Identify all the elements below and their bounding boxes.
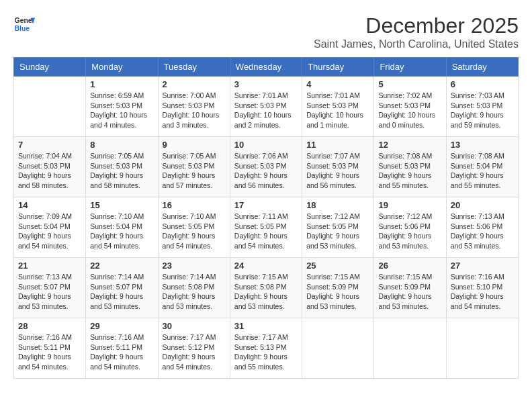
day-info: Sunrise: 7:07 AM Sunset: 5:03 PM Dayligh… — [306, 151, 369, 191]
calendar-cell: 8Sunrise: 7:05 AM Sunset: 5:03 PM Daylig… — [86, 137, 158, 197]
day-info: Sunrise: 7:10 AM Sunset: 5:05 PM Dayligh… — [163, 212, 226, 251]
day-number: 29 — [90, 321, 153, 331]
calendar-cell: 12Sunrise: 7:08 AM Sunset: 5:03 PM Dayli… — [374, 137, 446, 197]
day-info: Sunrise: 7:15 AM Sunset: 5:08 PM Dayligh… — [234, 272, 298, 312]
day-number: 25 — [306, 261, 369, 271]
calendar-cell: 15Sunrise: 7:10 AM Sunset: 5:04 PM Dayli… — [86, 197, 158, 258]
day-number: 9 — [163, 140, 226, 150]
calendar-table: SundayMondayTuesdayWednesdayThursdayFrid… — [13, 57, 519, 379]
calendar-cell: 24Sunrise: 7:15 AM Sunset: 5:08 PM Dayli… — [230, 258, 302, 318]
calendar-cell: 11Sunrise: 7:07 AM Sunset: 5:03 PM Dayli… — [302, 137, 374, 197]
day-number: 23 — [163, 261, 226, 271]
calendar-cell: 25Sunrise: 7:15 AM Sunset: 5:09 PM Dayli… — [302, 258, 374, 318]
calendar-cell: 16Sunrise: 7:10 AM Sunset: 5:05 PM Dayli… — [158, 197, 230, 258]
weekday-header-row: SundayMondayTuesdayWednesdayThursdayFrid… — [14, 58, 519, 77]
day-number: 20 — [451, 200, 514, 210]
day-info: Sunrise: 7:02 AM Sunset: 5:03 PM Dayligh… — [378, 91, 441, 130]
day-number: 1 — [90, 79, 153, 89]
day-info: Sunrise: 7:12 AM Sunset: 5:05 PM Dayligh… — [306, 212, 369, 251]
day-info: Sunrise: 7:15 AM Sunset: 5:09 PM Dayligh… — [306, 272, 369, 312]
weekday-header-sunday: Sunday — [14, 58, 86, 77]
day-number: 2 — [163, 79, 226, 89]
day-info: Sunrise: 7:17 AM Sunset: 5:13 PM Dayligh… — [234, 332, 298, 372]
calendar-cell: 6Sunrise: 7:03 AM Sunset: 5:03 PM Daylig… — [446, 77, 518, 137]
week-row-5: 28Sunrise: 7:16 AM Sunset: 5:11 PM Dayli… — [14, 318, 519, 379]
weekday-header-wednesday: Wednesday — [230, 58, 302, 77]
calendar-cell — [14, 77, 86, 137]
day-info: Sunrise: 6:59 AM Sunset: 5:03 PM Dayligh… — [90, 91, 153, 130]
day-info: Sunrise: 7:05 AM Sunset: 5:03 PM Dayligh… — [163, 151, 226, 191]
day-info: Sunrise: 7:16 AM Sunset: 5:10 PM Dayligh… — [451, 272, 514, 312]
day-number: 12 — [378, 140, 441, 150]
day-number: 21 — [18, 261, 81, 271]
calendar-cell: 20Sunrise: 7:13 AM Sunset: 5:06 PM Dayli… — [446, 197, 518, 258]
calendar-cell: 18Sunrise: 7:12 AM Sunset: 5:05 PM Dayli… — [302, 197, 374, 258]
calendar-cell — [302, 318, 374, 379]
page-header: General Blue December 2025 Saint James, … — [13, 13, 519, 50]
month-title: December 2025 — [314, 13, 519, 38]
calendar-cell: 7Sunrise: 7:04 AM Sunset: 5:03 PM Daylig… — [14, 137, 86, 197]
logo: General Blue — [13, 13, 35, 35]
calendar-cell: 4Sunrise: 7:01 AM Sunset: 5:03 PM Daylig… — [302, 77, 374, 137]
day-info: Sunrise: 7:10 AM Sunset: 5:04 PM Dayligh… — [90, 212, 153, 251]
calendar-cell: 28Sunrise: 7:16 AM Sunset: 5:11 PM Dayli… — [14, 318, 86, 379]
calendar-cell — [446, 318, 518, 379]
day-info: Sunrise: 7:11 AM Sunset: 5:05 PM Dayligh… — [234, 212, 298, 251]
day-number: 27 — [451, 261, 514, 271]
weekday-header-saturday: Saturday — [446, 58, 518, 77]
day-number: 15 — [90, 200, 153, 210]
calendar-cell: 9Sunrise: 7:05 AM Sunset: 5:03 PM Daylig… — [158, 137, 230, 197]
day-number: 17 — [234, 200, 298, 210]
weekday-header-tuesday: Tuesday — [158, 58, 230, 77]
day-number: 28 — [18, 321, 81, 331]
day-info: Sunrise: 7:17 AM Sunset: 5:12 PM Dayligh… — [163, 332, 226, 372]
day-info: Sunrise: 7:08 AM Sunset: 5:04 PM Dayligh… — [451, 151, 514, 191]
day-info: Sunrise: 7:16 AM Sunset: 5:11 PM Dayligh… — [90, 332, 153, 372]
day-number: 24 — [234, 261, 298, 271]
calendar-cell: 19Sunrise: 7:12 AM Sunset: 5:06 PM Dayli… — [374, 197, 446, 258]
day-info: Sunrise: 7:01 AM Sunset: 5:03 PM Dayligh… — [234, 91, 298, 130]
day-number: 6 — [451, 79, 514, 89]
day-info: Sunrise: 7:06 AM Sunset: 5:03 PM Dayligh… — [234, 151, 298, 191]
week-row-4: 21Sunrise: 7:13 AM Sunset: 5:07 PM Dayli… — [14, 258, 519, 318]
week-row-2: 7Sunrise: 7:04 AM Sunset: 5:03 PM Daylig… — [14, 137, 519, 197]
day-number: 13 — [451, 140, 514, 150]
day-info: Sunrise: 7:16 AM Sunset: 5:11 PM Dayligh… — [18, 332, 81, 372]
day-number: 19 — [378, 200, 441, 210]
day-info: Sunrise: 7:12 AM Sunset: 5:06 PM Dayligh… — [378, 212, 441, 251]
day-info: Sunrise: 7:13 AM Sunset: 5:06 PM Dayligh… — [451, 212, 514, 251]
calendar-cell: 2Sunrise: 7:00 AM Sunset: 5:03 PM Daylig… — [158, 77, 230, 137]
day-number: 8 — [90, 140, 153, 150]
day-info: Sunrise: 7:08 AM Sunset: 5:03 PM Dayligh… — [378, 151, 441, 191]
weekday-header-friday: Friday — [374, 58, 446, 77]
day-number: 11 — [306, 140, 369, 150]
calendar-cell: 5Sunrise: 7:02 AM Sunset: 5:03 PM Daylig… — [374, 77, 446, 137]
calendar-cell: 1Sunrise: 6:59 AM Sunset: 5:03 PM Daylig… — [86, 77, 158, 137]
calendar-cell — [374, 318, 446, 379]
day-number: 14 — [18, 200, 81, 210]
day-number: 16 — [163, 200, 226, 210]
calendar-cell: 26Sunrise: 7:15 AM Sunset: 5:09 PM Dayli… — [374, 258, 446, 318]
calendar-cell: 13Sunrise: 7:08 AM Sunset: 5:04 PM Dayli… — [446, 137, 518, 197]
day-info: Sunrise: 7:09 AM Sunset: 5:04 PM Dayligh… — [18, 212, 81, 251]
day-number: 18 — [306, 200, 369, 210]
calendar-cell: 17Sunrise: 7:11 AM Sunset: 5:05 PM Dayli… — [230, 197, 302, 258]
week-row-3: 14Sunrise: 7:09 AM Sunset: 5:04 PM Dayli… — [14, 197, 519, 258]
day-number: 26 — [378, 261, 441, 271]
weekday-header-monday: Monday — [86, 58, 158, 77]
day-info: Sunrise: 7:03 AM Sunset: 5:03 PM Dayligh… — [451, 91, 514, 130]
day-info: Sunrise: 7:15 AM Sunset: 5:09 PM Dayligh… — [378, 272, 441, 312]
day-info: Sunrise: 7:04 AM Sunset: 5:03 PM Dayligh… — [18, 151, 81, 191]
day-info: Sunrise: 7:01 AM Sunset: 5:03 PM Dayligh… — [306, 91, 369, 130]
day-info: Sunrise: 7:14 AM Sunset: 5:08 PM Dayligh… — [163, 272, 226, 312]
day-number: 5 — [378, 79, 441, 89]
day-number: 31 — [234, 321, 298, 331]
calendar-cell: 3Sunrise: 7:01 AM Sunset: 5:03 PM Daylig… — [230, 77, 302, 137]
calendar-cell: 23Sunrise: 7:14 AM Sunset: 5:08 PM Dayli… — [158, 258, 230, 318]
day-number: 30 — [163, 321, 226, 331]
calendar-cell: 21Sunrise: 7:13 AM Sunset: 5:07 PM Dayli… — [14, 258, 86, 318]
calendar-cell: 31Sunrise: 7:17 AM Sunset: 5:13 PM Dayli… — [230, 318, 302, 379]
logo-icon: General Blue — [13, 13, 35, 35]
day-info: Sunrise: 7:13 AM Sunset: 5:07 PM Dayligh… — [18, 272, 81, 312]
day-info: Sunrise: 7:00 AM Sunset: 5:03 PM Dayligh… — [163, 91, 226, 130]
